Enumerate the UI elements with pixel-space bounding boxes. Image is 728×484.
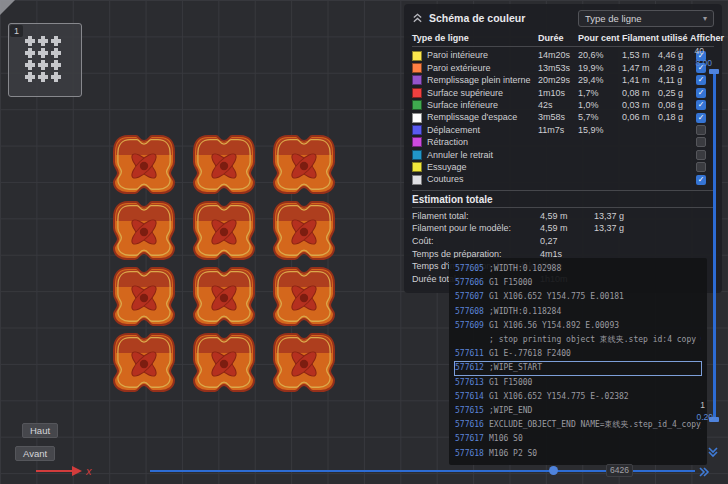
gcode-line-number: 577607 — [455, 291, 489, 303]
legend-row: Rétraction — [412, 136, 714, 148]
filament-length: 1,41 m — [622, 74, 658, 86]
gcode-line-text: G1 X106.652 Y154.775 E.00181 — [489, 291, 624, 303]
legend-row: Paroi intérieure 14m20s 20,6% 1,53 m 4,4… — [412, 49, 714, 61]
legend-row: Remplissage d'espace 3m58s 5,7% 0,06 m 0… — [412, 111, 714, 123]
gcode-line[interactable]: 577617 M106 S0 — [454, 432, 702, 446]
gcode-line[interactable]: 577611 G1 E-.77618 F2400 — [454, 347, 702, 361]
gcode-line-text: G1 X106.56 Y154.892 E.00093 — [489, 320, 619, 332]
axis-x-label: x — [85, 465, 92, 477]
gcode-line-text: ;WIDTH:0.102988 — [489, 263, 561, 275]
gcode-line-number: 577618 — [455, 448, 489, 460]
header-display: Afficher — [690, 32, 712, 44]
one-layer-mode-icon[interactable] — [707, 444, 719, 462]
type-label: Rétraction — [427, 136, 468, 148]
layer-slider-track[interactable] — [713, 70, 716, 422]
gcode-line[interactable]: 577609 G1 X106.56 Y154.892 E.00093 — [454, 319, 702, 333]
move-slider-handle[interactable] — [549, 466, 558, 475]
gcode-line[interactable]: 577607 G1 X106.652 Y154.775 E.00181 — [454, 290, 702, 304]
gcode-lines: 577605 ;WIDTH:0.102988 577606 G1 F15000 … — [454, 262, 702, 461]
estimation-label: Filament pour le modèle: — [412, 222, 540, 235]
type-percent: 29,4% — [578, 74, 622, 86]
type-color-swatch — [412, 88, 422, 98]
type-percent: 15,9% — [578, 124, 622, 136]
type-color-swatch — [412, 125, 422, 135]
type-label: Annuler le retrait — [427, 149, 493, 161]
show-checkbox[interactable]: ✓ — [696, 88, 706, 98]
type-label: Déplacement — [427, 124, 480, 136]
show-checkbox[interactable]: ✓ — [696, 175, 706, 185]
show-checkbox[interactable]: ✓ — [696, 75, 706, 85]
plate-number: 1 — [10, 25, 23, 37]
plate-thumbnail[interactable]: 1 — [8, 23, 82, 97]
move-slider-end-icon[interactable] — [698, 464, 710, 482]
filament-length: 0,03 m — [622, 99, 658, 111]
view-top-button[interactable]: Haut — [22, 423, 58, 438]
type-label: Surface inférieure — [427, 99, 498, 111]
type-duration: 14m20s — [538, 49, 578, 61]
axis-x-arrow — [72, 466, 82, 476]
type-percent: 19,9% — [578, 62, 622, 74]
printed-objects-preview — [104, 131, 352, 397]
gcode-line[interactable]: 577618 M106 P2 S0 — [454, 447, 702, 461]
gcode-line-number: 577606 — [455, 277, 489, 289]
type-duration: 42s — [538, 99, 578, 111]
legend-row: Coutures ✓ — [412, 173, 714, 185]
filament-length: 1,47 m — [622, 62, 658, 74]
show-checkbox[interactable] — [696, 137, 706, 147]
show-checkbox[interactable] — [696, 125, 706, 135]
layer-bottom-height: 0.20 — [696, 412, 713, 422]
type-label: Remplissage plein interne — [427, 74, 531, 86]
type-color-swatch — [412, 113, 422, 123]
panel-title: Schéma de couleur — [429, 12, 525, 24]
layer-bottom-number: 1 — [700, 400, 705, 410]
type-color-swatch — [412, 75, 422, 85]
filament-length: 0,06 m — [622, 111, 658, 123]
gcode-line-text: G1 F15000 — [489, 377, 532, 389]
type-color-swatch — [412, 150, 422, 160]
type-percent: 1,0% — [578, 99, 622, 111]
type-duration: 3m58s — [538, 111, 578, 123]
gcode-line[interactable]: 577606 G1 F15000 — [454, 276, 702, 290]
show-checkbox[interactable] — [696, 162, 706, 172]
type-label: Surface supérieure — [427, 87, 503, 99]
gcode-line-number: 577611 — [455, 348, 489, 360]
gcode-line[interactable]: 577615 ;WIPE_END — [454, 404, 702, 418]
collapse-icon[interactable] — [412, 9, 423, 27]
divider — [412, 190, 714, 191]
show-checkbox[interactable] — [696, 150, 706, 160]
gcode-line-number: 577613 — [455, 377, 489, 389]
gcode-line[interactable]: 577614 G1 X106.652 Y154.775 E-.02382 — [454, 390, 702, 404]
show-checkbox[interactable]: ✓ — [696, 113, 706, 123]
gcode-line-text: G1 E-.77618 F2400 — [489, 348, 571, 360]
gcode-line[interactable]: ; stop printing object 束线夹.step id:4 cop… — [454, 333, 702, 347]
gcode-viewer[interactable]: 577605 ;WIDTH:0.102988 577606 G1 F15000 … — [449, 258, 707, 465]
gcode-line-text: ;WIPE_END — [489, 405, 532, 417]
gcode-line[interactable]: 577605 ;WIDTH:0.102988 — [454, 262, 702, 276]
legend-row: Remplissage plein interne 20m29s 29,4% 1… — [412, 74, 714, 86]
gcode-line-text: ;WIDTH:0.118284 — [489, 306, 561, 318]
gcode-line[interactable]: 577613 G1 F15000 — [454, 376, 702, 390]
gcode-line[interactable]: 577616 EXCLUDE_OBJECT_END NAME=束线夹.step_… — [454, 418, 702, 432]
type-color-swatch — [412, 100, 422, 110]
type-color-swatch — [412, 137, 422, 147]
type-label: Paroi intérieure — [427, 49, 488, 61]
type-duration: 13m53s — [538, 62, 578, 74]
view-type-select[interactable]: Type de ligne ▾ — [578, 10, 714, 27]
estimation-value-1: 4,59 m — [540, 222, 594, 235]
filament-weight: 4,46 g — [658, 49, 690, 61]
legend-row: Surface inférieure 42s 1,0% 0,03 m 0,08 … — [412, 99, 714, 111]
filament-weight: 0,18 g — [658, 111, 690, 123]
gcode-line-number: 577614 — [455, 391, 489, 403]
legend-row: Surface supérieure 1m10s 1,7% 0,08 m 0,2… — [412, 87, 714, 99]
estimation-row: Coût: 0,27 — [412, 235, 714, 248]
legend-row: Déplacement 11m7s 15,9% — [412, 124, 714, 136]
layer-slider-handle-top[interactable] — [709, 69, 719, 74]
legend-header: Schéma de couleur Type de ligne ▾ — [412, 9, 714, 27]
estimation-value-2: 13,37 g — [594, 222, 652, 235]
gcode-line[interactable]: 577612 ;WIPE_START — [454, 361, 702, 375]
gcode-line[interactable]: 577608 ;WIDTH:0.118284 — [454, 305, 702, 319]
gcode-line-text: G1 X106.652 Y154.775 E-.02382 — [489, 391, 629, 403]
show-checkbox[interactable]: ✓ — [696, 100, 706, 110]
estimation-title: Estimation totale — [412, 194, 714, 208]
type-color-swatch — [412, 175, 422, 185]
